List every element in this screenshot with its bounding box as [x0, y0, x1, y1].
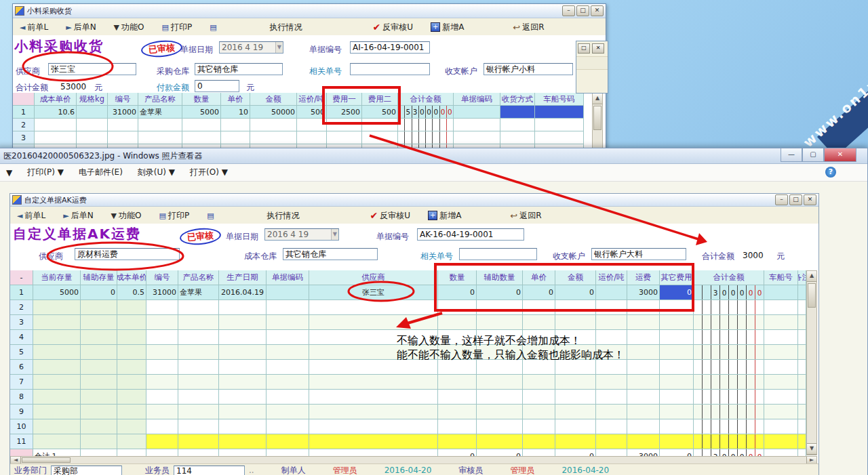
- table-cell[interactable]: [219, 300, 267, 314]
- table-cell[interactable]: [438, 315, 477, 329]
- toolbar-button-功能O[interactable]: ▼功能O: [111, 210, 142, 222]
- table-cell[interactable]: [596, 434, 627, 449]
- related-doc-field[interactable]: [350, 63, 430, 75]
- table-cell[interactable]: [535, 106, 584, 118]
- table-cell[interactable]: 10: [221, 106, 250, 118]
- table-cell[interactable]: [327, 119, 362, 131]
- row-number[interactable]: 8: [10, 390, 33, 404]
- scroll-down-icon[interactable]: ▼: [807, 443, 816, 455]
- maximize-button[interactable]: □: [789, 194, 802, 205]
- table-cell[interactable]: [660, 360, 694, 374]
- table-cell[interactable]: [309, 360, 438, 374]
- table-cell[interactable]: [117, 300, 146, 314]
- table-cell[interactable]: [33, 330, 81, 344]
- table-cell[interactable]: [798, 434, 806, 449]
- toolbar-button-打印P[interactable]: ▤打印P: [159, 210, 190, 222]
- title-bar[interactable]: 医20160420000506323.jpg - Windows 照片查看器 —…: [0, 148, 867, 164]
- table-cell[interactable]: [250, 119, 297, 131]
- table-cell[interactable]: [117, 375, 146, 389]
- maximize-icon[interactable]: □: [578, 43, 590, 54]
- table-cell[interactable]: [327, 131, 362, 144]
- minimize-button[interactable]: –: [562, 5, 575, 16]
- menu-item[interactable]: ▼: [6, 168, 12, 178]
- scroll-right-icon[interactable]: ►: [806, 457, 816, 463]
- toolbar-button-返回R[interactable]: ↩返回R: [510, 210, 541, 222]
- table-cell[interactable]: [627, 300, 660, 314]
- table-cell[interactable]: [178, 330, 219, 344]
- table-cell[interactable]: [221, 131, 250, 144]
- table-cell[interactable]: [627, 419, 660, 434]
- table-cell[interactable]: [146, 419, 178, 434]
- row-number[interactable]: 7: [10, 375, 33, 389]
- table-cell[interactable]: [362, 131, 398, 144]
- doc-no-field[interactable]: AK-16-04-19-0001: [417, 228, 524, 241]
- close-button[interactable]: ✕: [824, 148, 856, 162]
- table-cell[interactable]: [798, 315, 806, 329]
- close-button[interactable]: ✕: [804, 194, 816, 205]
- table-cell[interactable]: [81, 434, 117, 449]
- table-cell[interactable]: [764, 345, 798, 359]
- table-cell[interactable]: [535, 131, 584, 144]
- table-cell[interactable]: [627, 345, 660, 359]
- table-cell[interactable]: [764, 300, 798, 314]
- table-cell[interactable]: [219, 405, 267, 419]
- dept-field[interactable]: 采购部: [51, 466, 122, 475]
- table-cell[interactable]: [81, 375, 117, 389]
- table-cell[interactable]: [81, 390, 117, 404]
- table-cell[interactable]: [362, 119, 398, 131]
- table-cell[interactable]: [108, 119, 138, 131]
- table-cell[interactable]: [309, 300, 438, 314]
- table-cell[interactable]: [523, 315, 555, 329]
- scroll-thumb[interactable]: [593, 106, 601, 130]
- toolbar-button-新增A[interactable]: +新增A: [428, 210, 461, 222]
- table-cell[interactable]: [477, 360, 523, 374]
- table-cell[interactable]: [798, 419, 806, 434]
- table-cell[interactable]: [33, 345, 81, 359]
- table-cell[interactable]: 金苹果: [178, 285, 219, 300]
- toolbar-button-前单L[interactable]: ◄前单L: [20, 22, 48, 33]
- table-cell[interactable]: [523, 300, 555, 314]
- table-cell[interactable]: [138, 131, 182, 144]
- title-bar[interactable]: 自定义单据AK运费 –□✕: [10, 194, 818, 207]
- table-cell[interactable]: [146, 330, 178, 344]
- row-number[interactable]: 11: [10, 434, 33, 449]
- table-cell[interactable]: [267, 434, 309, 449]
- table-cell[interactable]: [309, 390, 438, 404]
- row-number[interactable]: 3: [13, 131, 35, 144]
- table-cell[interactable]: [138, 119, 182, 131]
- table-cell[interactable]: [627, 330, 660, 344]
- table-cell[interactable]: [477, 419, 523, 434]
- table-cell[interactable]: [219, 315, 267, 329]
- table-cell[interactable]: [596, 300, 627, 314]
- table-cell[interactable]: [596, 360, 627, 374]
- table-cell[interactable]: [500, 106, 535, 118]
- table-cell[interactable]: [146, 375, 178, 389]
- table-cell[interactable]: [764, 390, 798, 404]
- table-cell[interactable]: 31000: [146, 285, 178, 300]
- table-cell[interactable]: [798, 360, 806, 374]
- table-cell[interactable]: [178, 405, 219, 419]
- table-cell[interactable]: 0: [523, 285, 555, 300]
- table-cell[interactable]: [77, 131, 108, 144]
- table-cell[interactable]: [438, 360, 477, 374]
- table-cell[interactable]: [596, 285, 627, 300]
- row-number[interactable]: 4: [10, 330, 33, 344]
- table-cell[interactable]: [555, 315, 596, 329]
- table-cell[interactable]: 0: [81, 285, 117, 300]
- table-cell[interactable]: [798, 345, 806, 359]
- toolbar-button-执行情况[interactable]: 执行情况: [267, 210, 300, 222]
- table-cell[interactable]: [77, 106, 108, 118]
- table-cell[interactable]: [117, 345, 146, 359]
- table-cell[interactable]: [33, 390, 81, 404]
- doc-no-field[interactable]: AI-16-04-19-0001: [350, 41, 430, 54]
- table-cell[interactable]: [555, 390, 596, 404]
- table-cell[interactable]: [627, 375, 660, 389]
- table-cell[interactable]: [477, 390, 523, 404]
- table-cell[interactable]: [798, 405, 806, 419]
- table-cell[interactable]: [178, 300, 219, 314]
- table-cell[interactable]: [33, 375, 81, 389]
- table-cell[interactable]: [178, 434, 219, 449]
- scroll-thumb[interactable]: [22, 457, 71, 463]
- table-cell[interactable]: [81, 405, 117, 419]
- row-number[interactable]: 5: [10, 345, 33, 359]
